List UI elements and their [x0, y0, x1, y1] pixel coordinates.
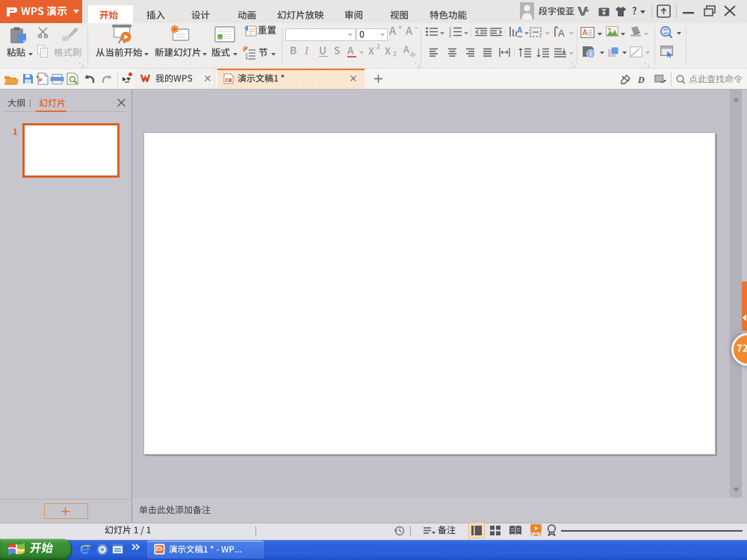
svg-text:I: I: [305, 46, 309, 57]
svg-text:A: A: [558, 28, 565, 38]
svg-text:A: A: [517, 26, 522, 34]
svg-text:3: 3: [449, 34, 451, 37]
svg-text:P: P: [226, 78, 229, 83]
svg-text:P: P: [39, 78, 43, 83]
svg-text:A: A: [583, 28, 588, 37]
svg-text:D: D: [638, 75, 645, 84]
